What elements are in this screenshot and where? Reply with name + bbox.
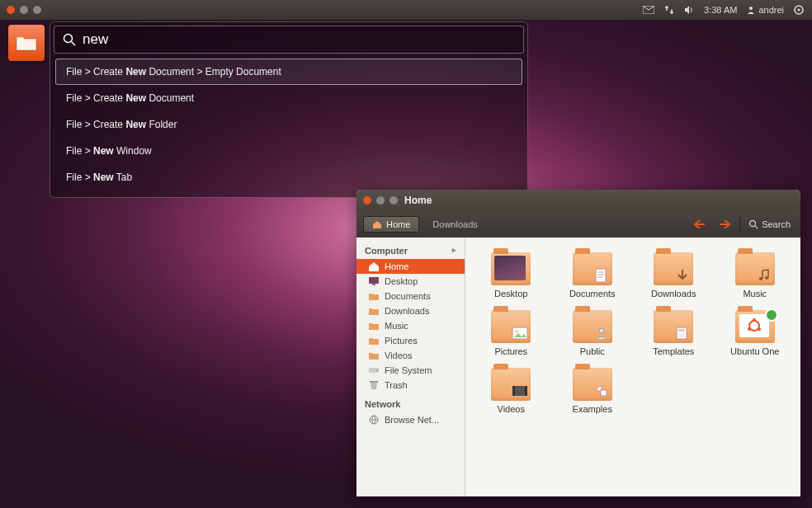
- folder-icon: [735, 310, 775, 343]
- folder-documents[interactable]: Documents: [554, 249, 632, 302]
- sidebar-section-network: Network: [356, 396, 465, 412]
- folder-templates[interactable]: Templates: [635, 307, 713, 360]
- folder-label: Pictures: [494, 346, 527, 356]
- sidebar-item-file-system[interactable]: File System: [356, 363, 465, 378]
- folder-label: Documents: [569, 289, 616, 299]
- folder-icon: [368, 306, 380, 316]
- launcher-files-icon[interactable]: [8, 25, 45, 61]
- folder-icon: [654, 310, 693, 343]
- svg-line-7: [755, 226, 758, 228]
- sidebar-item-documents[interactable]: Documents: [356, 289, 465, 303]
- sidebar-item-home[interactable]: Home: [356, 259, 465, 274]
- power-icon[interactable]: [794, 5, 804, 15]
- folder-icon: [368, 291, 380, 301]
- breadcrumb-home[interactable]: Home: [363, 216, 419, 233]
- home-icon: [368, 261, 380, 271]
- folder-pictures[interactable]: Pictures: [472, 307, 550, 360]
- folder-icon: [573, 252, 612, 285]
- folder-examples[interactable]: Examples: [554, 365, 632, 417]
- hud-result-3[interactable]: File > New Window: [55, 138, 522, 164]
- sidebar-item-music[interactable]: Music: [356, 318, 465, 333]
- mail-icon[interactable]: [643, 6, 654, 14]
- svg-rect-27: [678, 333, 685, 337]
- folder-label: Ubuntu One: [730, 346, 779, 356]
- back-button[interactable]: [690, 215, 710, 233]
- svg-rect-8: [369, 277, 379, 284]
- hud-result-1[interactable]: File > Create New Document: [55, 85, 522, 111]
- folder-public[interactable]: Public: [554, 307, 632, 360]
- svg-rect-34: [525, 386, 527, 396]
- sidebar-item-browse-net-[interactable]: Browse Net...: [356, 412, 465, 427]
- svg-point-21: [765, 276, 768, 280]
- drive-icon: [368, 365, 380, 375]
- svg-line-5: [72, 42, 76, 46]
- folder-icon: [491, 252, 531, 285]
- sidebar-section-computer: Computer▸: [356, 242, 465, 259]
- fm-close-btn[interactable]: [363, 196, 371, 205]
- search-icon: [63, 33, 76, 46]
- hud-result-2[interactable]: File > Create New Folder: [55, 111, 522, 138]
- folder-ubuntu-one[interactable]: Ubuntu One: [716, 307, 795, 360]
- toolbar: Home Downloads Search: [356, 211, 800, 238]
- clock[interactable]: 3:38 AM: [704, 5, 737, 15]
- search-button[interactable]: Search: [745, 216, 794, 233]
- sidebar-item-desktop[interactable]: Desktop: [356, 274, 465, 289]
- svg-rect-33: [512, 386, 515, 396]
- trash-icon: [368, 380, 380, 390]
- volume-icon[interactable]: [684, 5, 694, 15]
- folder-music[interactable]: Music: [716, 249, 795, 302]
- folder-icon: [368, 336, 380, 346]
- svg-rect-9: [372, 284, 375, 285]
- folder-icon: [368, 321, 380, 331]
- folder-label: Downloads: [651, 289, 696, 299]
- breadcrumb-downloads[interactable]: Downloads: [424, 217, 485, 232]
- username: andrei: [758, 5, 784, 15]
- hud-results: File > Create New Document > Empty Docum…: [54, 54, 524, 194]
- close-btn[interactable]: [7, 6, 15, 14]
- svg-point-11: [376, 369, 378, 371]
- svg-rect-35: [601, 390, 607, 396]
- network-icon[interactable]: [664, 5, 674, 15]
- folder-label: Examples: [573, 404, 612, 414]
- sidebar-item-trash[interactable]: Trash: [356, 378, 465, 393]
- folder-label: Desktop: [494, 289, 527, 299]
- sidebar-item-pictures[interactable]: Pictures: [356, 333, 465, 348]
- svg-point-20: [759, 277, 762, 280]
- folder-icon: [573, 368, 612, 401]
- folder-downloads[interactable]: Downloads: [635, 249, 713, 302]
- svg-point-29: [753, 318, 756, 322]
- forward-button[interactable]: [715, 215, 734, 233]
- folder-icon: [654, 252, 693, 285]
- file-grid: DesktopDocumentsDownloadsMusicPicturesPu…: [465, 238, 800, 496]
- svg-rect-16: [596, 269, 606, 282]
- folder-desktop[interactable]: Desktop: [472, 249, 550, 302]
- fm-max-btn[interactable]: [389, 196, 398, 205]
- sidebar: Computer▸ HomeDesktopDocumentsDownloadsM…: [356, 238, 465, 496]
- hud-result-0[interactable]: File > Create New Document > Empty Docum…: [55, 59, 522, 85]
- folder-videos[interactable]: Videos: [472, 365, 550, 417]
- hud-search-box: [54, 26, 524, 54]
- folder-icon: [491, 310, 531, 343]
- net-icon: [368, 415, 380, 425]
- minimize-btn[interactable]: [20, 6, 28, 14]
- folder-icon: [735, 252, 775, 285]
- fm-min-btn[interactable]: [376, 196, 385, 205]
- folder-icon: [491, 368, 531, 401]
- maximize-btn[interactable]: [33, 6, 41, 14]
- svg-rect-12: [370, 381, 378, 383]
- user-menu[interactable]: andrei: [747, 5, 784, 15]
- titlebar[interactable]: Home: [356, 190, 800, 211]
- sidebar-item-videos[interactable]: Videos: [356, 348, 465, 363]
- folder-icon: [368, 350, 380, 360]
- svg-point-3: [798, 9, 800, 12]
- folder-icon: [573, 310, 612, 343]
- sidebar-item-downloads[interactable]: Downloads: [356, 303, 465, 318]
- hud-result-4[interactable]: File > New Tab: [55, 164, 522, 190]
- hud-search-input[interactable]: [83, 31, 515, 48]
- folder-label: Templates: [653, 346, 694, 356]
- svg-point-4: [64, 35, 73, 43]
- svg-point-31: [758, 327, 761, 331]
- folder-label: Public: [580, 346, 605, 356]
- desktop-icon: [368, 276, 380, 286]
- top-panel: 3:38 AM andrei: [0, 0, 812, 20]
